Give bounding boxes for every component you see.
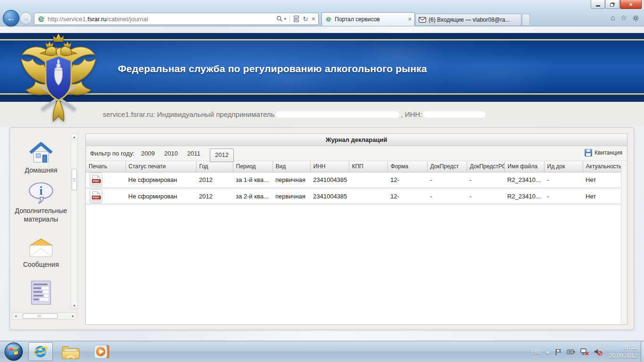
year-filter-2012-selected[interactable]: 2012 xyxy=(210,148,234,162)
close-button[interactable]: × xyxy=(620,0,642,9)
divider xyxy=(289,15,290,23)
scroll-left-arrow[interactable]: ◄ xyxy=(12,313,19,319)
address-bar[interactable]: http://service1.fsrar.ru/cabinet/journal… xyxy=(34,13,319,25)
column-header[interactable]: КПП xyxy=(349,161,388,172)
scroll-down-arrow[interactable]: ▼ xyxy=(71,303,77,309)
pdf-print-button[interactable]: PDF xyxy=(90,189,102,203)
tab-mail-inbox[interactable]: (6) Входящие — vlabor08@ra... xyxy=(415,14,521,26)
forward-arrow-icon: → xyxy=(23,15,29,22)
search-dropdown-icon[interactable]: ▾ xyxy=(284,17,287,21)
minimize-button[interactable] xyxy=(591,0,605,9)
pdf-print-button[interactable]: PDF xyxy=(90,173,102,187)
cell-status: Не сформирован xyxy=(125,172,196,188)
clock-date: 20.09.2012 xyxy=(609,352,637,360)
column-header[interactable]: Форма xyxy=(388,161,427,172)
taskbar-ie-button[interactable] xyxy=(28,342,53,361)
redacted-name xyxy=(276,111,399,118)
home-icon[interactable]: ⌂ xyxy=(611,14,615,22)
table-vertical-scrollbar[interactable] xyxy=(621,162,627,324)
envelope-icon xyxy=(27,237,55,259)
journal-title: Журнал деклараций xyxy=(86,134,627,146)
column-header[interactable]: Имя файла xyxy=(504,161,544,172)
favorites-star-icon[interactable]: ☆ xyxy=(620,14,627,22)
column-header[interactable]: Ид док xyxy=(544,161,583,172)
back-button[interactable]: ← xyxy=(3,10,19,26)
filter-label: Фильтр по году: xyxy=(90,150,134,157)
sidebar-menu: Домашняя i Дополнительные материалы xyxy=(13,132,69,311)
column-header[interactable]: Вид xyxy=(272,161,310,172)
column-header[interactable]: ИНН xyxy=(310,161,349,172)
year-filter-bar: Фильтр по году: 2009 2010 2011 2012 Квит… xyxy=(86,146,627,161)
column-header[interactable]: Статус печати xyxy=(125,161,196,172)
compatibility-view-icon[interactable] xyxy=(293,16,299,22)
tab-portal-servisov[interactable]: Портал сервисов × xyxy=(322,12,415,26)
stop-icon[interactable]: × xyxy=(312,16,315,22)
receipt-button[interactable]: Квитанция xyxy=(585,149,622,156)
sidebar-item-home[interactable]: Домашняя xyxy=(13,141,69,175)
show-desktop-button[interactable] xyxy=(641,341,644,362)
cell-forma: 12- xyxy=(388,188,427,204)
pdf-icon: PDF xyxy=(92,191,100,201)
cell-vid: первичная xyxy=(272,188,310,204)
column-header[interactable]: Печать xyxy=(86,161,125,172)
sidebar-item-materials[interactable]: i Дополнительные материалы xyxy=(13,181,69,223)
cell-year: 2012 xyxy=(196,172,233,188)
column-header[interactable]: ДокПредст xyxy=(427,161,467,172)
ie-icon xyxy=(33,344,48,359)
scroll-up-arrow[interactable]: ▲ xyxy=(71,134,77,140)
sidebar-item-label: Дополнительные материалы xyxy=(13,207,69,223)
action-center-flag-icon[interactable] xyxy=(554,348,562,356)
refresh-icon[interactable]: ↻ xyxy=(303,16,308,22)
mail-tab-icon xyxy=(419,16,426,23)
scroll-thumb[interactable] xyxy=(72,169,77,190)
new-tab-button[interactable] xyxy=(522,14,530,26)
column-header[interactable]: Актуальность xyxy=(583,161,621,172)
taskbar-media-player-button[interactable] xyxy=(90,342,114,361)
taskbar-explorer-button[interactable] xyxy=(58,342,83,361)
hidden-icons-arrow[interactable]: ▲ xyxy=(545,350,550,354)
sidebar-item-messages[interactable]: Сообщения xyxy=(13,237,69,269)
start-button[interactable] xyxy=(4,342,23,361)
sidebar-item-declarations[interactable] xyxy=(13,280,69,308)
cell-actual: Нет xyxy=(583,172,621,188)
info-icon: i xyxy=(28,181,54,205)
column-header[interactable]: ДокПредстРС xyxy=(467,161,504,172)
search-icon[interactable] xyxy=(276,16,283,22)
sidebar-vertical-scrollbar[interactable]: ▲ ▼ xyxy=(71,133,78,310)
pdf-icon: PDF xyxy=(92,175,100,184)
restore-icon xyxy=(610,3,614,7)
year-filter-2011[interactable]: 2011 xyxy=(187,150,200,157)
column-header[interactable]: Год xyxy=(196,161,233,172)
system-tray: RU ▲ 16:11 20.09 xyxy=(532,341,637,362)
table-row[interactable]: PDF Не сформирован 2012 за 1-й ква... пе… xyxy=(86,172,621,188)
settings-gear-icon[interactable] xyxy=(632,15,639,22)
tab-close-icon[interactable]: × xyxy=(408,16,412,23)
ie-favicon xyxy=(37,15,45,23)
cell-inn: 2341004385 xyxy=(310,188,349,204)
sidebar-item-label: Сообщения xyxy=(13,261,69,269)
cell-vid: первичная xyxy=(272,172,310,188)
scroll-thumb[interactable] xyxy=(23,313,58,319)
cell-dokpredstrs: - xyxy=(467,188,504,204)
cell-status: Не сформирован xyxy=(125,188,196,204)
language-indicator[interactable]: RU xyxy=(532,348,541,355)
volume-muted-icon[interactable] xyxy=(594,348,603,356)
year-filter-2010[interactable]: 2010 xyxy=(164,150,178,157)
forward-button[interactable]: → xyxy=(20,12,32,25)
floppy-disk-icon xyxy=(585,149,592,156)
network-disconnected-icon[interactable] xyxy=(580,348,589,356)
clock-time: 16:11 xyxy=(609,344,637,352)
restore-button[interactable] xyxy=(605,0,619,9)
column-header[interactable]: Период xyxy=(233,161,272,172)
taskbar-clock[interactable]: 16:11 20.09.2012 xyxy=(609,344,637,360)
cell-filename: R2_23410... xyxy=(504,172,544,188)
scroll-right-arrow[interactable]: ► xyxy=(70,313,76,319)
tab-label: Портал сервисов xyxy=(335,16,405,23)
sidebar-horizontal-scrollbar[interactable]: ◄ ► xyxy=(12,313,77,320)
site-title: Федеральная служба по регулированию алко… xyxy=(118,63,427,74)
battery-icon[interactable] xyxy=(567,349,575,354)
redacted-inn xyxy=(423,111,486,118)
year-filter-2009[interactable]: 2009 xyxy=(141,150,155,157)
browser-chrome: × ← → http://service1.fsrar.ru/cabinet/j… xyxy=(0,0,644,26)
table-row[interactable]: PDF Не сформирован 2012 за 2-й ква... пе… xyxy=(86,188,621,204)
